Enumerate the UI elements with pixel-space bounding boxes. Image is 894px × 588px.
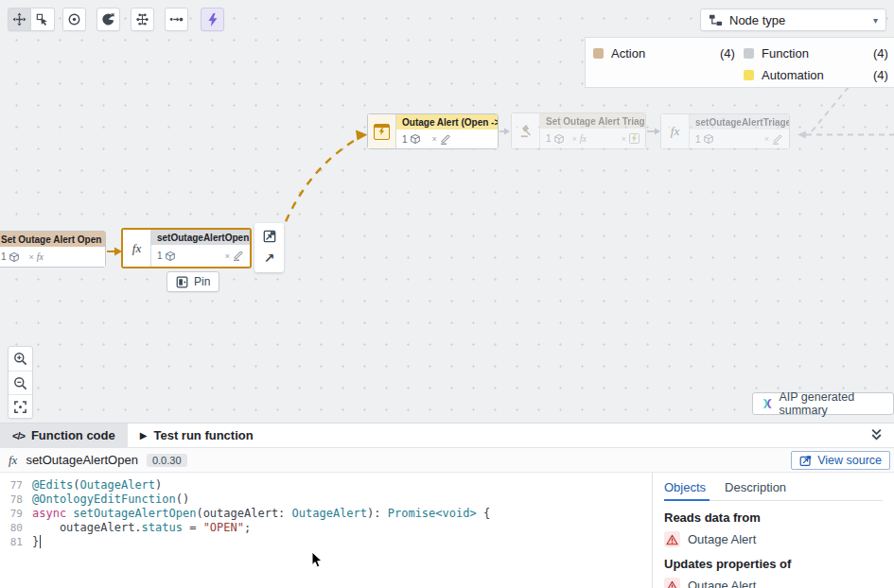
fx-icon: fx: [123, 230, 151, 267]
code-editor[interactable]: 77@Edits(OutageAlert)78@OntologyEditFunc…: [0, 473, 653, 588]
updates-properties-heading: Updates properties of: [664, 557, 883, 571]
pin-button[interactable]: Pin: [167, 271, 219, 292]
legend-label: Automation: [762, 68, 824, 82]
cube-icon: [166, 251, 175, 261]
node-set-outage-alert-triage[interactable]: Set Outage Alert Triage 1 × fx ×: [511, 112, 646, 149]
move-icon: [12, 12, 26, 26]
outage-alert-object-icon: [664, 578, 680, 588]
x-icon: ×: [225, 251, 230, 261]
line-number: 81: [0, 535, 32, 549]
outage-alert-object-icon: [664, 531, 680, 547]
legend-item-automation[interactable]: Automation: [744, 68, 824, 82]
function-header: fx setOutageAlertOpen 0.0.30 View source: [0, 448, 894, 473]
code-line: 78@OntologyEditFunction(): [0, 493, 652, 507]
arrow-to-dot-icon: [169, 12, 184, 26]
tab-test-run-function[interactable]: ▶ Test run function: [128, 424, 266, 447]
fx-icon: fx: [37, 251, 44, 262]
zoom-out-button[interactable]: [9, 371, 32, 394]
node-type-dropdown[interactable]: Node type ▾: [700, 9, 886, 31]
x-icon: ×: [29, 252, 34, 262]
legend-item-action[interactable]: Action: [593, 46, 645, 61]
move-tool-button[interactable]: [8, 8, 31, 31]
reads-data-from-heading: Reads data from: [664, 510, 883, 525]
zoom-controls: [8, 346, 33, 419]
zoom-in-button[interactable]: [9, 347, 32, 371]
cube-icon: [9, 252, 19, 262]
zoom-in-icon: [13, 352, 27, 366]
zoom-fit-button[interactable]: [9, 394, 32, 418]
tab-function-code[interactable]: </> Function code: [0, 424, 128, 447]
aip-summary-label: AIP generated summary: [779, 390, 885, 417]
select-tool-button[interactable]: [31, 8, 55, 31]
tab-label: Test run function: [153, 428, 253, 442]
node-title: setOutageAlertTriage: [690, 114, 789, 130]
node-outage-alert-open-triage[interactable]: Outage Alert (Open -> Triage) 1 ×: [367, 113, 499, 149]
select-cursor-icon: [36, 13, 49, 26]
gavel-icon: [512, 113, 540, 148]
node-set-outage-alert-open[interactable]: Set Outage Alert Open 1 × fx: [0, 231, 106, 268]
code-icon: </>: [12, 430, 25, 441]
object-count: 1: [157, 251, 163, 261]
tab-label: Function code: [31, 428, 115, 442]
text-cursor: [40, 535, 41, 548]
node-title: setOutageAlertOpen: [151, 230, 250, 245]
node-type-label: Node type: [729, 13, 785, 27]
x-icon: ×: [432, 134, 437, 144]
object-link-outage-alert[interactable]: Outage Alert: [664, 578, 883, 588]
automations-tool-button[interactable]: [201, 8, 224, 31]
bottom-panel: </> Function code ▶ Test run function fx…: [0, 424, 894, 588]
hide-nodes-tool-button[interactable]: [96, 8, 120, 31]
object-label: Outage Alert: [688, 579, 756, 588]
play-icon: ▶: [140, 430, 148, 441]
line-number: 77: [0, 478, 32, 493]
code-line: 79async setOutageAlertOpen(outageAlert: …: [0, 507, 652, 521]
x-icon: ×: [764, 134, 769, 144]
pie-remove-icon: [101, 12, 115, 26]
legend-count-automation: (4): [873, 68, 888, 82]
zoom-out-icon: [13, 376, 27, 390]
aip-logo-icon: [762, 397, 773, 410]
object-link-outage-alert[interactable]: Outage Alert: [664, 531, 883, 547]
fit-to-screen-icon: [13, 400, 27, 414]
automation-color-swatch: [744, 70, 754, 80]
graph-canvas[interactable]: Node type ▾ Action (4) Function (4) Auto…: [0, 0, 894, 424]
open-window-icon: [799, 455, 812, 467]
x-icon: ×: [622, 134, 626, 144]
automation-lightning-icon: [368, 114, 396, 148]
legend-item-function[interactable]: Function: [744, 46, 809, 61]
collapse-panel-button[interactable]: [870, 428, 883, 441]
tab-description[interactable]: Description: [725, 480, 786, 494]
lightning-icon: [207, 13, 219, 26]
layout-tool-button[interactable]: [131, 8, 154, 31]
pointer-tool-group: [8, 8, 55, 31]
automation-box-icon: [629, 133, 640, 144]
pin-to-panel-icon[interactable]: [263, 230, 276, 243]
focus-tool-button[interactable]: [62, 8, 86, 31]
object-label: Outage Alert: [688, 532, 756, 546]
node-title: Set Outage Alert Open: [0, 232, 105, 247]
function-color-swatch: [744, 48, 754, 59]
chevron-down-icon: ▾: [873, 15, 878, 26]
trace-path-tool-button[interactable]: [165, 8, 188, 31]
x-icon: ×: [572, 134, 577, 144]
node-title: Outage Alert (Open -> Triage): [396, 114, 498, 130]
pin-label: Pin: [194, 275, 210, 288]
aip-generated-summary-button[interactable]: AIP generated summary: [752, 392, 894, 415]
code-line: 81}: [0, 535, 652, 549]
version-badge: 0.0.30: [147, 454, 187, 467]
legend-label: Function: [762, 46, 809, 61]
node-title: Set Outage Alert Triage: [540, 113, 645, 129]
edit-signature-icon: [772, 134, 783, 145]
node-setoutagealertopen[interactable]: fx setOutageAlertOpen 1 ×: [121, 228, 252, 268]
open-arrow-icon[interactable]: ↗: [264, 251, 275, 266]
object-count: 1: [402, 134, 408, 145]
view-source-button[interactable]: View source: [791, 451, 890, 470]
node-setoutagealerttriage[interactable]: fx setOutageAlertTriage 1 ×: [660, 113, 790, 149]
code-line: 77@Edits(OutageAlert): [0, 478, 652, 493]
function-name: setOutageAlertOpen: [26, 453, 138, 467]
cube-icon: [411, 134, 420, 144]
edit-signature-icon: [440, 134, 451, 145]
object-count: 1: [695, 134, 701, 145]
cube-icon: [704, 134, 713, 144]
tab-objects[interactable]: Objects: [664, 480, 706, 494]
